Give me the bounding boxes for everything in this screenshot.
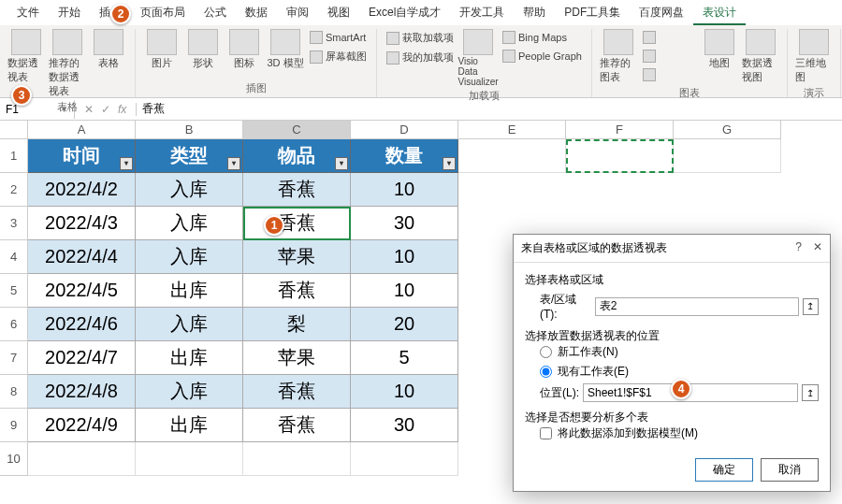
shapes-button[interactable]: 形状 [184,29,222,70]
help-icon[interactable]: ? [795,240,802,256]
cell-C10[interactable] [243,442,351,476]
filter-icon[interactable]: ▾ [443,157,456,170]
cell-C5[interactable]: 香蕉 [243,274,351,308]
row-10[interactable]: 10 [0,442,28,476]
close-icon[interactable]: ✕ [813,240,822,256]
pivot-table-button[interactable]: 数据透视表 [7,29,45,84]
col-F[interactable]: F [566,121,674,139]
range-input[interactable] [595,297,799,316]
chart-mini2[interactable] [641,48,697,65]
cell-A5[interactable]: 2022/4/5 [28,274,136,308]
collapse-dialog-icon[interactable]: ↥ [802,384,819,401]
cell-D9[interactable]: 30 [351,409,458,442]
cell-C4[interactable]: 苹果 [243,240,351,274]
tab-data[interactable]: 数据 [236,2,277,25]
tab-file[interactable]: 文件 [7,2,49,25]
cell-A4[interactable]: 2022/4/4 [28,240,136,274]
row-9[interactable]: 9 [0,409,28,442]
radio-existing-sheet[interactable] [540,366,552,378]
header-type[interactable]: 类型▾ [136,139,243,173]
cell-D2[interactable]: 10 [351,173,458,207]
tab-dev[interactable]: 开发工具 [450,2,514,25]
cell-B7[interactable]: 出库 [136,341,243,375]
pivotchart-button[interactable]: 数据透视图 [742,29,779,84]
cell-D5[interactable]: 10 [351,274,458,308]
tab-home[interactable]: 开始 [49,2,90,25]
cell-D7[interactable]: 5 [351,341,458,375]
map-button[interactable]: 地图 [701,29,738,70]
header-time[interactable]: 时间▾ [28,139,136,173]
col-G[interactable]: G [674,121,781,139]
row-1[interactable]: 1 [0,139,28,173]
cell-D3[interactable]: 30 [351,207,458,240]
cell-C2[interactable]: 香蕉 [243,173,351,207]
pictures-button[interactable]: 图片 [143,29,181,70]
cell-C9[interactable]: 香蕉 [243,409,351,442]
cell-C3[interactable]: 香蕉 [243,207,351,240]
tab-baidu[interactable]: 百度网盘 [630,2,693,25]
cancel-icon[interactable]: ✕ [80,103,97,116]
row-6[interactable]: 6 [0,308,28,341]
row-7[interactable]: 7 [0,341,28,375]
tab-help[interactable]: 帮助 [514,2,555,25]
header-qty[interactable]: 数量▾ [351,139,458,173]
header-item[interactable]: 物品▾ [243,139,351,173]
cancel-button[interactable]: 取消 [761,458,819,482]
3dmodel-button[interactable]: 3D 模型 [267,29,304,70]
recommended-charts-button[interactable]: 推荐的图表 [600,29,637,84]
cell-B2[interactable]: 入库 [136,173,243,207]
confirm-icon[interactable]: ✓ [97,103,114,116]
filter-icon[interactable]: ▾ [335,157,348,170]
cell-C6[interactable]: 梨 [243,308,351,341]
tab-pdf[interactable]: PDF工具集 [555,2,630,25]
fx-icon[interactable]: fx [114,103,130,116]
cell-B3[interactable]: 入库 [136,207,243,240]
cell-D4[interactable]: 10 [351,240,458,274]
icons-button[interactable]: 图标 [225,29,263,70]
cell-G1[interactable] [674,139,781,173]
cell-D6[interactable]: 20 [351,308,458,341]
cell-B6[interactable]: 入库 [136,308,243,341]
getaddins-button[interactable]: 获取加载项 [385,29,456,47]
cell-B5[interactable]: 出库 [136,274,243,308]
checkbox-datamodel[interactable] [540,427,552,439]
col-C[interactable]: C [243,121,351,139]
cell-A10[interactable] [28,442,136,476]
collapse-dialog-icon[interactable]: ↥ [803,298,819,315]
bingmaps-button[interactable]: Bing Maps [501,29,584,46]
tab-formulas[interactable]: 公式 [195,2,236,25]
filter-icon[interactable]: ▾ [120,157,133,170]
cell-A3[interactable]: 2022/4/3 [28,207,136,240]
radio-new-sheet[interactable] [540,346,552,358]
cell-B8[interactable]: 入库 [136,375,243,409]
chart-mini3[interactable] [641,66,697,83]
cell-A9[interactable]: 2022/4/9 [28,409,136,442]
cell-D8[interactable]: 10 [351,375,458,409]
col-B[interactable]: B [136,121,243,139]
tab-pagelayout[interactable]: 页面布局 [131,2,195,25]
tab-review[interactable]: 审阅 [277,2,318,25]
row-4[interactable]: 4 [0,240,28,274]
col-E[interactable]: E [458,121,566,139]
tab-custom[interactable]: Excel自学成才 [359,2,450,25]
cell-C8[interactable]: 香蕉 [243,375,351,409]
row-8[interactable]: 8 [0,375,28,409]
cell-A7[interactable]: 2022/4/7 [28,341,136,375]
cell-A8[interactable]: 2022/4/8 [28,375,136,409]
cell-D10[interactable] [351,442,458,476]
visio-button[interactable]: Visio Data Visualizer [459,29,497,87]
tab-view[interactable]: 视图 [318,2,359,25]
cell-C7[interactable]: 苹果 [243,341,351,375]
smartart-button[interactable]: SmartArt [308,29,369,46]
cell-B9[interactable]: 出库 [136,409,243,442]
recommended-pivot-button[interactable]: 推荐的数据透视表 [49,29,86,98]
row-3[interactable]: 3 [0,207,28,240]
screenshot-button[interactable]: 屏幕截图 [308,48,369,65]
filter-icon[interactable]: ▾ [227,157,240,170]
ok-button[interactable]: 确定 [695,458,753,482]
cell-F1[interactable] [566,139,674,173]
cell-A6[interactable]: 2022/4/6 [28,308,136,341]
table-button[interactable]: 表格 [90,29,127,70]
col-D[interactable]: D [351,121,458,139]
myaddins-button[interactable]: 我的加载项 [385,49,456,66]
